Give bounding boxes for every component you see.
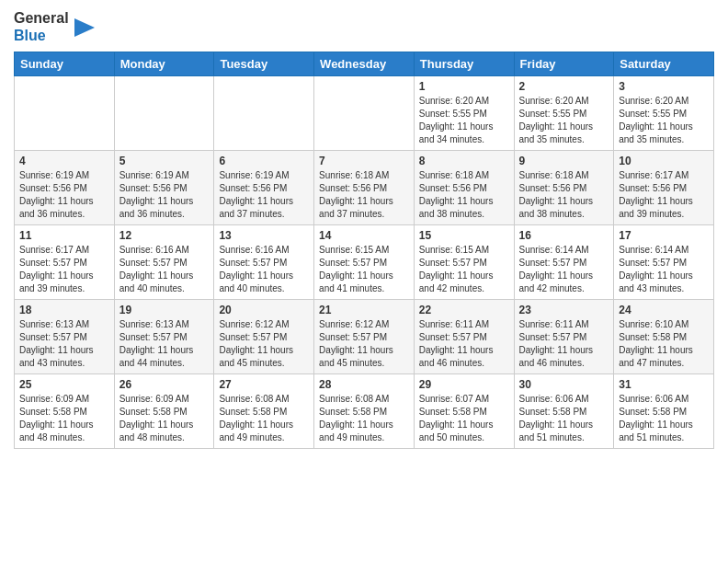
day-cell: 2Sunrise: 6:20 AMSunset: 5:55 PMDaylight… (514, 76, 614, 151)
day-info: Sunrise: 6:20 AMSunset: 5:55 PMDaylight:… (519, 95, 609, 146)
day-number: 18 (19, 304, 109, 316)
day-cell: 25Sunrise: 6:09 AMSunset: 5:58 PMDayligh… (15, 374, 115, 449)
weekday-monday: Monday (114, 52, 214, 76)
day-cell: 19Sunrise: 6:13 AMSunset: 5:57 PMDayligh… (114, 300, 214, 374)
day-info: Sunrise: 6:18 AMSunset: 5:56 PMDaylight:… (519, 169, 609, 221)
day-info: Sunrise: 6:18 AMSunset: 5:56 PMDaylight:… (419, 169, 509, 221)
day-info: Sunrise: 6:12 AMSunset: 5:57 PMDaylight:… (319, 318, 409, 370)
day-info: Sunrise: 6:08 AMSunset: 5:58 PMDaylight:… (219, 393, 309, 444)
day-cell: 13Sunrise: 6:16 AMSunset: 5:57 PMDayligh… (214, 225, 314, 300)
day-number: 5 (119, 155, 210, 167)
day-cell: 29Sunrise: 6:07 AMSunset: 5:58 PMDayligh… (414, 374, 514, 449)
day-cell: 9Sunrise: 6:18 AMSunset: 5:56 PMDaylight… (514, 151, 614, 225)
logo-general: General (14, 9, 69, 27)
week-row-4: 18Sunrise: 6:13 AMSunset: 5:57 PMDayligh… (15, 300, 714, 374)
day-number: 20 (219, 304, 309, 316)
day-cell: 21Sunrise: 6:12 AMSunset: 5:57 PMDayligh… (314, 300, 415, 374)
day-cell: 27Sunrise: 6:08 AMSunset: 5:58 PMDayligh… (214, 374, 314, 449)
day-number: 24 (619, 304, 709, 316)
day-info: Sunrise: 6:06 AMSunset: 5:58 PMDaylight:… (619, 393, 709, 444)
day-cell: 24Sunrise: 6:10 AMSunset: 5:58 PMDayligh… (614, 300, 714, 374)
day-number: 6 (219, 155, 309, 167)
day-info: Sunrise: 6:19 AMSunset: 5:56 PMDaylight:… (219, 169, 309, 221)
week-row-2: 4Sunrise: 6:19 AMSunset: 5:56 PMDaylight… (15, 151, 714, 225)
day-cell (314, 76, 415, 151)
day-cell: 16Sunrise: 6:14 AMSunset: 5:57 PMDayligh… (514, 225, 614, 300)
day-cell: 14Sunrise: 6:15 AMSunset: 5:57 PMDayligh… (314, 225, 415, 300)
day-number: 11 (19, 229, 109, 242)
day-info: Sunrise: 6:09 AMSunset: 5:58 PMDaylight:… (119, 393, 210, 444)
day-cell (214, 76, 314, 151)
day-number: 9 (519, 155, 609, 167)
day-number: 28 (319, 378, 409, 391)
day-info: Sunrise: 6:13 AMSunset: 5:57 PMDaylight:… (119, 318, 210, 370)
day-number: 2 (519, 80, 609, 93)
day-cell: 4Sunrise: 6:19 AMSunset: 5:56 PMDaylight… (15, 151, 115, 225)
day-info: Sunrise: 6:20 AMSunset: 5:55 PMDaylight:… (619, 95, 709, 146)
day-number: 4 (19, 155, 109, 167)
week-row-1: 1Sunrise: 6:20 AMSunset: 5:55 PMDaylight… (15, 76, 714, 151)
day-number: 17 (619, 229, 709, 242)
day-number: 7 (319, 155, 409, 167)
day-number: 8 (419, 155, 509, 167)
day-number: 16 (519, 229, 609, 242)
day-info: Sunrise: 6:08 AMSunset: 5:58 PMDaylight:… (319, 393, 409, 444)
day-info: Sunrise: 6:09 AMSunset: 5:58 PMDaylight:… (19, 393, 109, 444)
day-cell: 7Sunrise: 6:18 AMSunset: 5:56 PMDaylight… (314, 151, 415, 225)
day-cell: 31Sunrise: 6:06 AMSunset: 5:58 PMDayligh… (614, 374, 714, 449)
day-cell: 20Sunrise: 6:12 AMSunset: 5:57 PMDayligh… (214, 300, 314, 374)
day-number: 10 (619, 155, 709, 167)
day-cell: 28Sunrise: 6:08 AMSunset: 5:58 PMDayligh… (314, 374, 415, 449)
day-info: Sunrise: 6:07 AMSunset: 5:58 PMDaylight:… (419, 393, 509, 444)
day-number: 27 (219, 378, 309, 391)
day-info: Sunrise: 6:17 AMSunset: 5:56 PMDaylight:… (619, 169, 709, 221)
day-number: 26 (119, 378, 210, 391)
day-cell: 5Sunrise: 6:19 AMSunset: 5:56 PMDaylight… (114, 151, 214, 225)
calendar: SundayMondayTuesdayWednesdayThursdayFrid… (14, 52, 714, 449)
day-info: Sunrise: 6:14 AMSunset: 5:57 PMDaylight:… (519, 244, 609, 295)
day-number: 14 (319, 229, 409, 242)
page: General Blue SundayMondayTuesdayWednesda… (0, 0, 728, 463)
day-info: Sunrise: 6:19 AMSunset: 5:56 PMDaylight:… (19, 169, 109, 221)
day-cell: 26Sunrise: 6:09 AMSunset: 5:58 PMDayligh… (114, 374, 214, 449)
day-number: 22 (419, 304, 509, 316)
day-info: Sunrise: 6:12 AMSunset: 5:57 PMDaylight:… (219, 318, 309, 370)
day-cell: 15Sunrise: 6:15 AMSunset: 5:57 PMDayligh… (414, 225, 514, 300)
day-info: Sunrise: 6:14 AMSunset: 5:57 PMDaylight:… (619, 244, 709, 295)
day-cell: 30Sunrise: 6:06 AMSunset: 5:58 PMDayligh… (514, 374, 614, 449)
logo: General Blue (14, 9, 95, 44)
weekday-sunday: Sunday (15, 52, 115, 76)
day-number: 29 (419, 378, 509, 391)
day-info: Sunrise: 6:11 AMSunset: 5:57 PMDaylight:… (419, 318, 509, 370)
day-cell: 6Sunrise: 6:19 AMSunset: 5:56 PMDaylight… (214, 151, 314, 225)
day-cell: 12Sunrise: 6:16 AMSunset: 5:57 PMDayligh… (114, 225, 214, 300)
svg-marker-0 (74, 18, 95, 37)
day-cell (15, 76, 115, 151)
day-info: Sunrise: 6:15 AMSunset: 5:57 PMDaylight:… (419, 244, 509, 295)
day-cell: 3Sunrise: 6:20 AMSunset: 5:55 PMDaylight… (614, 76, 714, 151)
day-info: Sunrise: 6:19 AMSunset: 5:56 PMDaylight:… (119, 169, 210, 221)
logo-triangle-icon (74, 15, 95, 40)
day-info: Sunrise: 6:10 AMSunset: 5:58 PMDaylight:… (619, 318, 709, 370)
day-number: 15 (419, 229, 509, 242)
day-info: Sunrise: 6:17 AMSunset: 5:57 PMDaylight:… (19, 244, 109, 295)
day-cell: 17Sunrise: 6:14 AMSunset: 5:57 PMDayligh… (614, 225, 714, 300)
day-number: 13 (219, 229, 309, 242)
weekday-thursday: Thursday (414, 52, 514, 76)
day-number: 1 (419, 80, 509, 93)
day-info: Sunrise: 6:16 AMSunset: 5:57 PMDaylight:… (219, 244, 309, 295)
day-cell: 11Sunrise: 6:17 AMSunset: 5:57 PMDayligh… (15, 225, 115, 300)
weekday-tuesday: Tuesday (214, 52, 314, 76)
day-info: Sunrise: 6:06 AMSunset: 5:58 PMDaylight:… (519, 393, 609, 444)
day-number: 19 (119, 304, 210, 316)
day-info: Sunrise: 6:20 AMSunset: 5:55 PMDaylight:… (419, 95, 509, 146)
day-cell: 18Sunrise: 6:13 AMSunset: 5:57 PMDayligh… (15, 300, 115, 374)
weekday-saturday: Saturday (614, 52, 714, 76)
day-cell: 10Sunrise: 6:17 AMSunset: 5:56 PMDayligh… (614, 151, 714, 225)
weekday-wednesday: Wednesday (314, 52, 415, 76)
day-number: 12 (119, 229, 210, 242)
day-info: Sunrise: 6:13 AMSunset: 5:57 PMDaylight:… (19, 318, 109, 370)
logo-blue: Blue (14, 27, 69, 44)
day-number: 30 (519, 378, 609, 391)
weekday-friday: Friday (514, 52, 614, 76)
